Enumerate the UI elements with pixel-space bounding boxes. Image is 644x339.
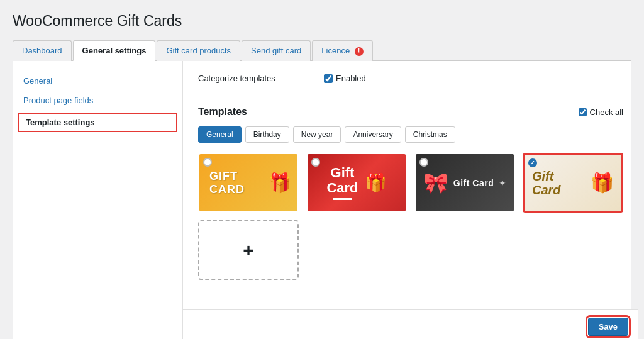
- tab-general-settings[interactable]: General settings: [73, 40, 156, 61]
- filter-tab-christmas[interactable]: Christmas: [405, 126, 455, 143]
- card-3-bow-icon: 🎀: [423, 171, 448, 195]
- template-card-4[interactable]: GiftCard 🎁: [523, 153, 623, 213]
- categorize-templates-row: Categorize templates Enabled: [198, 74, 623, 83]
- tab-dashboard[interactable]: Dashboard: [13, 40, 72, 61]
- filter-tab-new-year[interactable]: New year: [293, 126, 341, 143]
- card-3-star-icon: ✦: [499, 178, 506, 188]
- filter-tab-general[interactable]: General: [198, 126, 242, 143]
- card-1-gift-icon: 🎁: [268, 172, 297, 194]
- template-card-1[interactable]: GIFT CARD 🎁: [198, 153, 299, 213]
- footer-bar: Save: [183, 309, 638, 339]
- sidebar-item-template-settings[interactable]: Template settings: [18, 113, 177, 132]
- categorize-templates-value: Enabled: [324, 74, 366, 83]
- filter-tabs: General Birthday New year Anniversary Ch…: [198, 126, 623, 143]
- main-container: General Product page fields Template set…: [13, 61, 631, 339]
- card-3-text: Gift Card: [453, 178, 494, 188]
- card-1-text: GIFT CARD: [199, 170, 268, 196]
- check-all-wrapper[interactable]: Check all: [579, 108, 623, 117]
- template-card-2[interactable]: GiftCard 🎁: [306, 153, 407, 213]
- filter-tab-anniversary[interactable]: Anniversary: [345, 126, 401, 143]
- categorize-templates-checkbox[interactable]: [324, 74, 333, 83]
- radio-dot-2: [311, 158, 320, 167]
- tab-bar: Dashboard General settings Gift card pro…: [13, 40, 631, 61]
- sidebar-item-general[interactable]: General: [13, 71, 182, 91]
- card-4-gift-icon: 🎁: [591, 172, 614, 194]
- licence-alert-icon: !: [355, 47, 364, 56]
- check-all-checkbox[interactable]: [579, 108, 587, 116]
- enabled-label: Enabled: [336, 74, 366, 83]
- filter-tab-birthday[interactable]: Birthday: [245, 126, 289, 143]
- card-2-underline: [333, 198, 352, 200]
- divider: [198, 96, 623, 96]
- enabled-checkbox-wrapper[interactable]: Enabled: [324, 74, 366, 83]
- save-button[interactable]: Save: [588, 318, 628, 336]
- templates-section-title: Templates: [198, 106, 247, 118]
- content-area: Categorize templates Enabled Templates: [183, 61, 638, 309]
- card-4-text: GiftCard: [532, 169, 561, 197]
- radio-dot-1: [203, 158, 212, 167]
- card-2-text: GiftCard: [326, 165, 358, 196]
- card-2-gift-icon: 🎁: [365, 172, 387, 193]
- check-all-label: Check all: [590, 108, 623, 117]
- templates-section-header: Templates Check all: [198, 106, 623, 118]
- tab-licence[interactable]: Licence !: [312, 40, 372, 61]
- tab-send-gift-card[interactable]: Send gift card: [242, 40, 311, 61]
- sidebar-item-product-page-fields[interactable]: Product page fields: [13, 91, 182, 110]
- templates-grid: GIFT CARD 🎁 GiftCard: [198, 153, 623, 280]
- radio-dot-4: [528, 158, 537, 167]
- tab-gift-card-products[interactable]: Gift card products: [157, 40, 240, 61]
- template-card-3[interactable]: 🎀 Gift Card ✦: [414, 153, 515, 213]
- radio-dot-3: [419, 158, 428, 167]
- categorize-templates-label: Categorize templates: [198, 74, 324, 83]
- page-title: WooCommerce Gift Cards: [13, 13, 631, 30]
- plus-icon: +: [243, 240, 254, 261]
- sidebar: General Product page fields Template set…: [13, 61, 183, 339]
- add-template-button[interactable]: +: [198, 220, 299, 280]
